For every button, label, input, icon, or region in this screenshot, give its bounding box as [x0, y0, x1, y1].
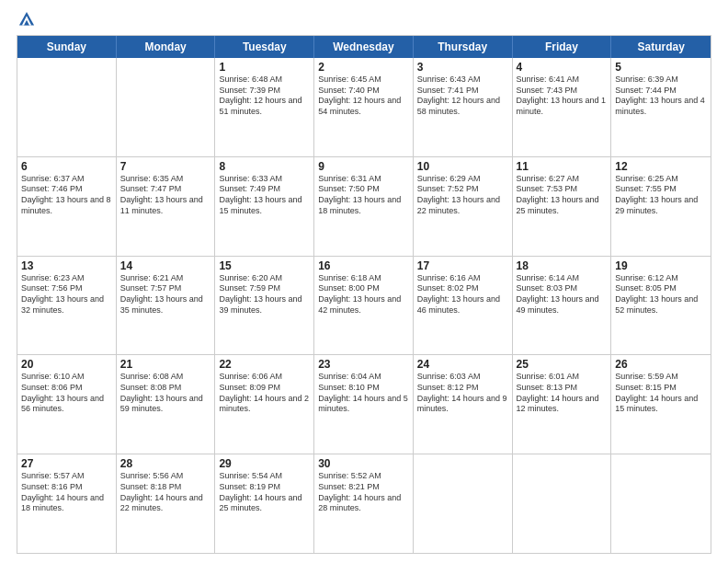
day-info: Sunrise: 6:39 AM Sunset: 7:44 PM Dayligh… [615, 75, 707, 118]
calendar-cell: 7Sunrise: 6:35 AM Sunset: 7:47 PM Daylig… [117, 157, 216, 256]
day-info: Sunrise: 6:01 AM Sunset: 8:13 PM Dayligh… [517, 372, 608, 415]
day-info: Sunrise: 6:12 AM Sunset: 8:05 PM Dayligh… [615, 273, 707, 316]
calendar-cell: 12Sunrise: 6:25 AM Sunset: 7:55 PM Dayli… [611, 157, 711, 256]
calendar-cell: 19Sunrise: 6:12 AM Sunset: 8:05 PM Dayli… [611, 257, 711, 355]
calendar-cell: 30Sunrise: 5:52 AM Sunset: 8:21 PM Dayli… [314, 454, 414, 553]
day-number: 29 [219, 457, 310, 470]
weekday-header-thursday: Thursday [414, 36, 513, 58]
day-number: 9 [318, 160, 409, 173]
logo [17, 9, 40, 29]
day-info: Sunrise: 6:29 AM Sunset: 7:52 PM Dayligh… [417, 174, 508, 217]
weekday-header-monday: Monday [117, 36, 216, 58]
day-info: Sunrise: 6:48 AM Sunset: 7:39 PM Dayligh… [219, 75, 310, 118]
day-info: Sunrise: 6:31 AM Sunset: 7:50 PM Dayligh… [318, 174, 409, 217]
day-info: Sunrise: 5:59 AM Sunset: 8:15 PM Dayligh… [615, 372, 707, 415]
day-info: Sunrise: 6:14 AM Sunset: 8:03 PM Dayligh… [517, 273, 608, 316]
calendar-cell: 1Sunrise: 6:48 AM Sunset: 7:39 PM Daylig… [215, 58, 314, 156]
day-number: 22 [219, 358, 310, 371]
calendar-cell: 15Sunrise: 6:20 AM Sunset: 7:59 PM Dayli… [215, 257, 314, 355]
weekday-header-wednesday: Wednesday [314, 36, 414, 58]
calendar-cell: 17Sunrise: 6:16 AM Sunset: 8:02 PM Dayli… [414, 257, 513, 355]
day-number: 1 [219, 61, 310, 74]
day-number: 23 [318, 358, 409, 371]
calendar-row-1: 6Sunrise: 6:37 AM Sunset: 7:46 PM Daylig… [17, 156, 711, 256]
day-info: Sunrise: 6:43 AM Sunset: 7:41 PM Dayligh… [417, 75, 508, 118]
day-info: Sunrise: 6:08 AM Sunset: 8:08 PM Dayligh… [120, 372, 211, 415]
day-info: Sunrise: 6:23 AM Sunset: 7:56 PM Dayligh… [21, 273, 112, 316]
day-info: Sunrise: 6:03 AM Sunset: 8:12 PM Dayligh… [417, 372, 508, 415]
day-number: 4 [517, 61, 608, 74]
calendar-cell: 14Sunrise: 6:21 AM Sunset: 7:57 PM Dayli… [117, 257, 216, 355]
day-number: 11 [517, 160, 608, 173]
calendar-cell: 6Sunrise: 6:37 AM Sunset: 7:46 PM Daylig… [17, 157, 117, 256]
calendar-cell: 16Sunrise: 6:18 AM Sunset: 8:00 PM Dayli… [314, 257, 414, 355]
calendar-cell: 5Sunrise: 6:39 AM Sunset: 7:44 PM Daylig… [611, 58, 711, 156]
day-info: Sunrise: 6:04 AM Sunset: 8:10 PM Dayligh… [318, 372, 409, 415]
calendar-cell: 29Sunrise: 5:54 AM Sunset: 8:19 PM Dayli… [215, 454, 314, 553]
day-number: 19 [615, 259, 707, 272]
day-number: 3 [417, 61, 508, 74]
calendar-cell: 22Sunrise: 6:06 AM Sunset: 8:09 PM Dayli… [215, 355, 314, 454]
weekday-header-friday: Friday [513, 36, 612, 58]
calendar-cell [117, 58, 216, 156]
calendar-cell: 21Sunrise: 6:08 AM Sunset: 8:08 PM Dayli… [117, 355, 216, 454]
day-info: Sunrise: 6:06 AM Sunset: 8:09 PM Dayligh… [219, 372, 310, 415]
day-number: 25 [517, 358, 608, 371]
day-info: Sunrise: 5:56 AM Sunset: 8:18 PM Dayligh… [120, 471, 211, 514]
calendar-cell: 13Sunrise: 6:23 AM Sunset: 7:56 PM Dayli… [17, 257, 117, 355]
calendar-body: 1Sunrise: 6:48 AM Sunset: 7:39 PM Daylig… [17, 58, 711, 553]
day-info: Sunrise: 6:10 AM Sunset: 8:06 PM Dayligh… [21, 372, 112, 415]
day-info: Sunrise: 6:20 AM Sunset: 7:59 PM Dayligh… [219, 273, 310, 316]
day-number: 21 [120, 358, 211, 371]
day-info: Sunrise: 5:57 AM Sunset: 8:16 PM Dayligh… [21, 471, 112, 514]
calendar-cell: 25Sunrise: 6:01 AM Sunset: 8:13 PM Dayli… [513, 355, 612, 454]
calendar-cell: 8Sunrise: 6:33 AM Sunset: 7:49 PM Daylig… [215, 157, 314, 256]
calendar-row-2: 13Sunrise: 6:23 AM Sunset: 7:56 PM Dayli… [17, 256, 711, 355]
day-info: Sunrise: 6:18 AM Sunset: 8:00 PM Dayligh… [318, 273, 409, 316]
day-number: 8 [219, 160, 310, 173]
day-number: 30 [318, 457, 409, 470]
day-number: 16 [318, 259, 409, 272]
day-number: 24 [417, 358, 508, 371]
day-info: Sunrise: 6:41 AM Sunset: 7:43 PM Dayligh… [517, 75, 608, 118]
calendar-header: SundayMondayTuesdayWednesdayThursdayFrid… [17, 36, 711, 58]
day-number: 20 [21, 358, 112, 371]
calendar-cell [414, 454, 513, 553]
day-info: Sunrise: 6:33 AM Sunset: 7:49 PM Dayligh… [219, 174, 310, 217]
day-info: Sunrise: 6:37 AM Sunset: 7:46 PM Dayligh… [21, 174, 112, 217]
day-info: Sunrise: 6:45 AM Sunset: 7:40 PM Dayligh… [318, 75, 409, 118]
day-number: 18 [517, 259, 608, 272]
calendar-row-4: 27Sunrise: 5:57 AM Sunset: 8:16 PM Dayli… [17, 454, 711, 553]
day-info: Sunrise: 5:54 AM Sunset: 8:19 PM Dayligh… [219, 471, 310, 514]
calendar-cell: 24Sunrise: 6:03 AM Sunset: 8:12 PM Dayli… [414, 355, 513, 454]
calendar-cell: 9Sunrise: 6:31 AM Sunset: 7:50 PM Daylig… [314, 157, 414, 256]
logo-icon [17, 9, 37, 29]
day-number: 15 [219, 259, 310, 272]
day-info: Sunrise: 6:21 AM Sunset: 7:57 PM Dayligh… [120, 273, 211, 316]
calendar-cell [17, 58, 117, 156]
weekday-header-sunday: Sunday [17, 36, 117, 58]
calendar-cell: 28Sunrise: 5:56 AM Sunset: 8:18 PM Dayli… [117, 454, 216, 553]
calendar-cell: 23Sunrise: 6:04 AM Sunset: 8:10 PM Dayli… [314, 355, 414, 454]
day-info: Sunrise: 6:27 AM Sunset: 7:53 PM Dayligh… [517, 174, 608, 217]
calendar: SundayMondayTuesdayWednesdayThursdayFrid… [17, 35, 711, 554]
day-info: Sunrise: 6:25 AM Sunset: 7:55 PM Dayligh… [615, 174, 707, 217]
day-info: Sunrise: 6:16 AM Sunset: 8:02 PM Dayligh… [417, 273, 508, 316]
day-number: 12 [615, 160, 707, 173]
day-number: 27 [21, 457, 112, 470]
calendar-cell: 2Sunrise: 6:45 AM Sunset: 7:40 PM Daylig… [314, 58, 414, 156]
weekday-header-saturday: Saturday [611, 36, 711, 58]
day-number: 10 [417, 160, 508, 173]
calendar-cell: 3Sunrise: 6:43 AM Sunset: 7:41 PM Daylig… [414, 58, 513, 156]
day-number: 28 [120, 457, 211, 470]
day-info: Sunrise: 6:35 AM Sunset: 7:47 PM Dayligh… [120, 174, 211, 217]
calendar-row-3: 20Sunrise: 6:10 AM Sunset: 8:06 PM Dayli… [17, 354, 711, 454]
calendar-cell [611, 454, 711, 553]
day-number: 13 [21, 259, 112, 272]
day-number: 5 [615, 61, 707, 74]
day-number: 7 [120, 160, 211, 173]
day-number: 6 [21, 160, 112, 173]
calendar-cell: 4Sunrise: 6:41 AM Sunset: 7:43 PM Daylig… [513, 58, 612, 156]
calendar-cell [513, 454, 612, 553]
calendar-row-0: 1Sunrise: 6:48 AM Sunset: 7:39 PM Daylig… [17, 58, 711, 156]
